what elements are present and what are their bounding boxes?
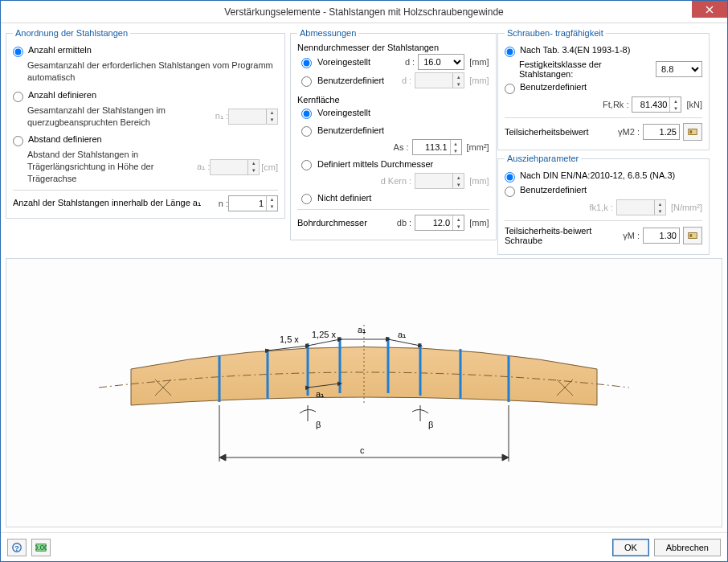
n-input[interactable]: ▲▼ <box>228 195 278 211</box>
d-symbol: d : <box>391 57 415 67</box>
dkern-unit: [mm] <box>469 176 489 186</box>
settings-icon <box>687 230 698 241</box>
close-button[interactable] <box>692 1 727 18</box>
svg-text:β: β <box>428 420 433 429</box>
d-unit: [mm] <box>469 57 489 67</box>
arrangement-count-define-radio[interactable] <box>13 92 23 102</box>
decimal-icon: 0.00 <box>35 542 47 553</box>
ftrk-input[interactable]: ▲▼ <box>632 96 681 113</box>
svg-text:1,25 x: 1,25 x <box>312 330 336 339</box>
arrangement-legend: Anordnung der Stahlstangen <box>13 28 130 38</box>
fk-symbol: fk1,k : <box>573 203 613 212</box>
n-symbol: n : <box>204 199 228 208</box>
arrangement-group: Anordnung der Stahlstangen Anzahl ermitt… <box>6 28 285 219</box>
svg-line-14 <box>308 339 340 346</box>
arrangement-count-define-label: Anzahl definieren <box>28 90 96 100</box>
gm2-input[interactable] <box>643 124 680 140</box>
arrangement-count-auto-radio[interactable] <box>13 47 23 57</box>
dimensions-group: Abmessungen Nenndurchmesser der Stahlsta… <box>290 28 497 240</box>
pullout-std-radio[interactable] <box>505 172 515 183</box>
n1-input: ▲▼ <box>228 109 278 125</box>
svg-text:1,5 x: 1,5 x <box>280 334 299 344</box>
fk-input: ▲▼ <box>616 199 666 215</box>
svg-rect-0 <box>689 129 697 135</box>
help-button[interactable]: ? <box>7 539 27 556</box>
as-input[interactable]: ▲▼ <box>412 139 462 155</box>
svg-rect-1 <box>690 130 693 133</box>
arrangement-count-auto-desc: Gesamtanzahl der erforderlichen Stahlsta… <box>27 59 278 84</box>
titlebar: Verstärkungselemente - Stahlstangen mit … <box>1 1 727 23</box>
dkern-symbol: d Kern : <box>371 176 411 186</box>
nominal-preset-label: Voreingestellt <box>317 57 387 67</box>
as-unit: [mm²] <box>467 142 489 152</box>
count-inner-label: Anzahl der Stahlstangen innerhalb der Lä… <box>13 198 204 208</box>
arrangement-count-define-desc: Gesamtanzahl der Stahlstangen im querzug… <box>27 105 204 129</box>
core-user-label: Benutzerdefiniert <box>317 125 384 135</box>
db-unit: [mm] <box>469 218 489 228</box>
close-icon <box>706 6 714 14</box>
nominal-header: Nenndurchmesser der Stahlstangen <box>297 43 489 52</box>
gm-input[interactable] <box>643 228 680 244</box>
nominal-user-radio[interactable] <box>301 76 312 87</box>
pullout-user-label: Benutzerdefiniert <box>520 185 587 195</box>
units-button[interactable]: 0.00 <box>31 539 51 556</box>
gm-label: Teilsicherheits-beiwert Schraube <box>505 226 612 245</box>
svg-rect-2 <box>689 233 697 239</box>
svg-text:a₁: a₁ <box>398 330 406 339</box>
svg-rect-3 <box>690 234 693 237</box>
core-header: Kernfläche <box>297 95 489 105</box>
screw-capacity-group: Schrauben- tragfähigkeit Nach Tab. 3.4(E… <box>497 28 710 150</box>
arrangement-spacing-label: Abstand definieren <box>28 134 102 144</box>
d-user-input: ▲▼ <box>415 72 464 88</box>
core-preset-radio[interactable] <box>301 109 312 119</box>
arrangement-spacing-radio[interactable] <box>13 136 23 146</box>
screw-user-label: Benutzerdefiniert <box>520 82 587 92</box>
screw-user-radio[interactable] <box>505 84 515 94</box>
strength-select[interactable]: 8.8 <box>656 61 702 77</box>
core-diam-radio[interactable] <box>301 160 312 170</box>
ftrk-unit: [kN] <box>686 100 702 109</box>
dialog-title: Verstärkungselemente - Stahlstangen mit … <box>224 6 504 18</box>
beam-svg: 1,5 x 1,25 x a₁ a₁ a₁ β β <box>35 293 693 494</box>
a1-symbol: a₁ : <box>186 162 210 172</box>
db-symbol: db : <box>387 218 411 228</box>
db-input[interactable]: ▲▼ <box>415 215 464 231</box>
gm2-label: Teilsicherheitsbeiwert <box>505 127 612 137</box>
dimensions-legend: Abmessungen <box>297 28 358 38</box>
core-notdef-radio[interactable] <box>301 194 312 204</box>
n1-symbol: n₁ : <box>204 111 228 121</box>
arrangement-count-auto-label: Anzahl ermitteln <box>28 45 92 55</box>
bore-label: Bohrdurchmesser <box>297 218 384 228</box>
d-select[interactable]: 16.0 <box>418 54 464 70</box>
svg-text:a₁: a₁ <box>358 325 366 334</box>
dialog-window: Verstärkungselemente - Stahlstangen mit … <box>0 0 728 562</box>
screw-std-radio[interactable] <box>505 47 515 57</box>
gm2-settings-button[interactable] <box>683 123 702 141</box>
settings-icon <box>687 126 698 137</box>
svg-line-16 <box>388 339 420 346</box>
pullout-user-radio[interactable] <box>505 187 515 197</box>
core-notdef-label: Nicht definiert <box>317 193 371 203</box>
cancel-button[interactable]: Abbrechen <box>654 539 721 556</box>
gm-settings-button[interactable] <box>683 227 702 244</box>
as-symbol: As : <box>385 142 409 152</box>
arrangement-spacing-desc: Abstand der Stahlstangen in Trägerlängsr… <box>27 149 186 185</box>
screw-legend: Schrauben- tragfähigkeit <box>505 28 606 38</box>
beam-diagram: 1,5 x 1,25 x a₁ a₁ a₁ β β <box>6 258 722 527</box>
pullout-std-label: Nach DIN EN/NA:2010-12, 6.8.5 (NA.3) <box>520 170 675 180</box>
svg-text:c: c <box>360 445 365 455</box>
strength-label: Festigkeitsklasse der Stahlstangen: <box>519 59 652 79</box>
svg-text:0.00: 0.00 <box>35 542 47 551</box>
core-user-radio[interactable] <box>301 126 312 137</box>
a1-input: ▲▼ <box>210 159 260 175</box>
gm2-symbol: γM2 : <box>616 127 640 137</box>
content-area: Anordnung der Stahlstangen Anzahl ermitt… <box>1 23 727 532</box>
pullout-group: Ausziehparameter Nach DIN EN/NA:2010-12,… <box>497 154 710 255</box>
a1-unit: [cm] <box>261 162 278 172</box>
nominal-preset-radio[interactable] <box>301 58 312 68</box>
ok-button[interactable]: OK <box>612 539 649 556</box>
d-user-symbol: d : <box>387 76 411 85</box>
pullout-legend: Ausziehparameter <box>505 154 581 163</box>
fk-unit: [N/mm²] <box>671 203 702 212</box>
help-icon: ? <box>11 542 22 553</box>
